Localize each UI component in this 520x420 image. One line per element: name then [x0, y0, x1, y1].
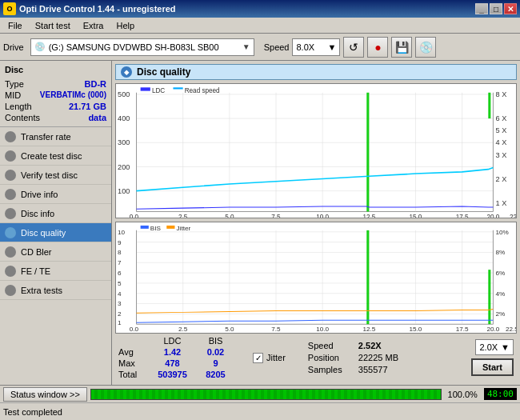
ldc-header: LDC — [150, 336, 194, 346]
status-window-button[interactable]: Status window >> — [3, 387, 87, 402]
position-value: 22225 MB — [358, 353, 398, 362]
menu-file[interactable]: File — [2, 19, 29, 32]
svg-text:17.5: 17.5 — [456, 326, 469, 333]
svg-text:9: 9 — [118, 239, 122, 246]
svg-text:20.0: 20.0 — [486, 326, 499, 333]
disc-length-value: 21.71 GB — [69, 102, 106, 111]
sidebar-item-verify-test-disc[interactable]: Verify test disc — [0, 166, 111, 185]
svg-text:7.5: 7.5 — [271, 213, 281, 218]
chart-title: Disc quality — [137, 66, 190, 78]
disc-type-row: Type BD-R — [3, 78, 108, 90]
svg-rect-91 — [166, 226, 174, 229]
svg-text:LDC: LDC — [152, 86, 165, 94]
sidebar-item-fe-te[interactable]: FE / TE — [0, 262, 111, 281]
disc-info-section: Disc Type BD-R MID VERBATIMc (000) Lengt… — [0, 61, 111, 127]
disc-quality-label: Disc quality — [21, 228, 66, 238]
bis-header: BIS — [198, 336, 234, 346]
svg-text:1 X: 1 X — [495, 198, 506, 207]
svg-text:22.5: 22.5 — [510, 213, 516, 218]
total-bis: 8205 — [198, 370, 234, 379]
svg-text:17.5: 17.5 — [456, 213, 469, 218]
sidebar-item-drive-info[interactable]: Drive info — [0, 185, 111, 204]
svg-rect-94 — [488, 270, 490, 324]
status-time: 48:00 — [484, 388, 517, 400]
chart-header: ◆ Disc quality — [115, 64, 517, 80]
start-button[interactable]: Start — [471, 358, 514, 376]
svg-text:2.5: 2.5 — [178, 213, 188, 218]
drive-select[interactable]: 💿 (G:) SAMSUNG DVDWBD SH-B083L SB00 ▼ — [30, 38, 254, 56]
verify-test-disc-icon — [5, 170, 16, 181]
avg-bis: 0.02 — [198, 347, 234, 357]
speed-select[interactable]: 8.0X ▼ — [292, 38, 340, 56]
svg-text:Read speed: Read speed — [185, 86, 220, 94]
samples-label: Samples — [308, 365, 352, 374]
speed-stat-value: 2.52X — [358, 341, 382, 350]
svg-text:BIS: BIS — [150, 225, 161, 232]
disc-mid-value: VERBATIMc (000) — [40, 90, 106, 100]
menu-bar: File Start test Extra Help — [0, 18, 520, 34]
svg-text:8: 8 — [118, 250, 122, 257]
drive-value: (G:) SAMSUNG DVDWBD SH-B083L SB00 — [49, 42, 242, 52]
refresh-button[interactable]: ↺ — [343, 37, 364, 58]
status-bar: Status window >> 100.0% 48:00 — [0, 385, 520, 402]
jitter-checkbox[interactable]: ✓ — [253, 353, 263, 363]
chart-area: ◆ Disc quality 500 400 300 200 100 8 X 6… — [112, 61, 520, 385]
svg-text:8 X: 8 X — [495, 90, 506, 98]
save-button[interactable]: 💾 — [391, 37, 412, 58]
cd-bler-label: CD Bler — [21, 247, 52, 257]
disc-contents-row: Contents data — [3, 112, 108, 123]
svg-text:10.0: 10.0 — [316, 213, 329, 218]
progress-bar-fill — [91, 390, 441, 399]
minimize-button[interactable]: _ — [475, 3, 488, 14]
record-button[interactable]: ● — [367, 37, 388, 58]
sidebar-item-transfer-rate[interactable]: Transfer rate — [0, 127, 111, 146]
svg-text:7: 7 — [118, 259, 122, 266]
disc-length-row: Length 21.71 GB — [3, 101, 108, 112]
disc-button[interactable]: 💿 — [415, 37, 436, 58]
close-button[interactable]: ✕ — [504, 3, 517, 14]
svg-rect-93 — [366, 230, 369, 324]
svg-text:2 X: 2 X — [495, 174, 506, 183]
speed-label: Speed — [264, 42, 290, 52]
svg-text:4 X: 4 X — [495, 138, 506, 146]
svg-rect-42 — [366, 93, 369, 212]
cd-bler-icon — [5, 246, 16, 258]
sidebar-item-cd-bler[interactable]: CD Bler — [0, 242, 111, 262]
svg-text:6 X: 6 X — [495, 114, 506, 122]
app-icon: O — [3, 2, 16, 15]
svg-text:15.0: 15.0 — [410, 213, 422, 218]
svg-text:100: 100 — [118, 186, 130, 195]
window-controls: _ □ ✕ — [475, 3, 517, 14]
menu-start-test[interactable]: Start test — [29, 19, 77, 32]
sidebar-item-create-test-disc[interactable]: Create test disc — [0, 146, 111, 166]
zoom-select[interactable]: 2.0X ▼ — [475, 339, 514, 355]
sidebar-item-disc-info[interactable]: Disc info — [0, 204, 111, 223]
svg-text:Jitter: Jitter — [177, 225, 191, 232]
fe-te-icon — [5, 266, 16, 277]
svg-text:300: 300 — [118, 138, 130, 146]
chart-header-icon: ◆ — [121, 66, 132, 78]
drive-label: Drive — [3, 42, 24, 52]
sidebar: Disc Type BD-R MID VERBATIMc (000) Lengt… — [0, 61, 112, 385]
svg-text:0.0: 0.0 — [130, 213, 139, 218]
maximize-button[interactable]: □ — [490, 3, 502, 14]
jitter-check: ✓ Jitter — [253, 353, 286, 363]
svg-text:3 X: 3 X — [495, 150, 506, 158]
svg-text:10%: 10% — [495, 229, 508, 236]
sidebar-item-extra-tests[interactable]: Extra tests — [0, 281, 111, 300]
svg-text:4%: 4% — [495, 290, 505, 298]
verify-test-disc-label: Verify test disc — [21, 170, 78, 180]
svg-text:0.0: 0.0 — [130, 326, 139, 333]
sidebar-item-disc-quality[interactable]: Disc quality — [0, 223, 111, 242]
disc-mid-label: MID — [5, 90, 21, 100]
menu-help[interactable]: Help — [110, 19, 141, 32]
drive-info-label: Drive info — [21, 190, 58, 199]
svg-text:7.5: 7.5 — [271, 326, 281, 333]
svg-text:2: 2 — [118, 310, 122, 318]
svg-text:6%: 6% — [495, 270, 505, 277]
speed-dropdown-arrow[interactable]: ▼ — [328, 42, 337, 52]
extra-tests-icon — [5, 285, 16, 296]
menu-extra[interactable]: Extra — [77, 19, 110, 32]
drive-info-icon — [5, 189, 16, 200]
drive-dropdown-arrow[interactable]: ▼ — [242, 42, 250, 51]
